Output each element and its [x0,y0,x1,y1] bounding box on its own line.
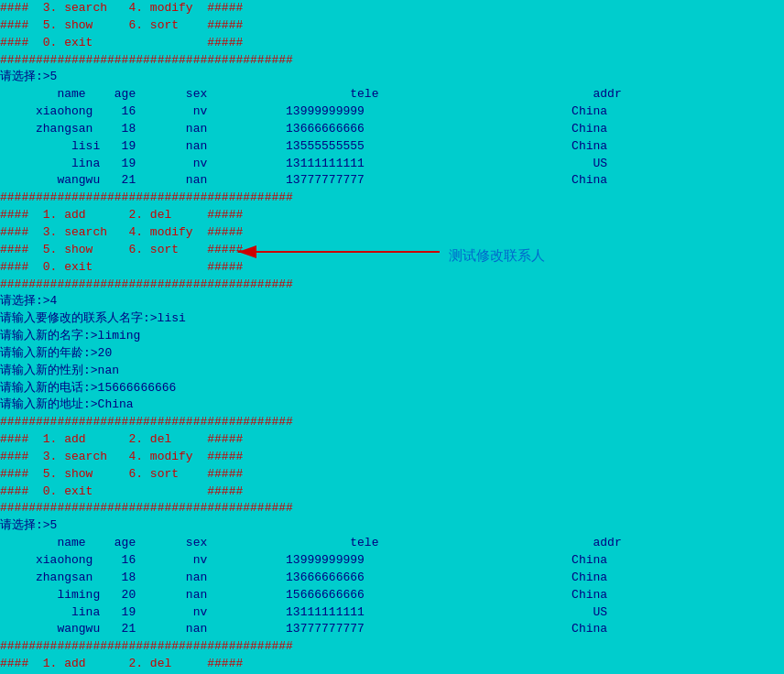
terminal-line: zhangsan 18 nan 13666666666 China [0,570,784,587]
terminal-line: xiaohong 16 nv 13999999999 China [0,103,784,121]
terminal-line: lisi 19 nan 13555555555 China [0,138,784,156]
terminal-line: ########################################… [0,638,784,656]
terminal-line: wangwu 21 nan 13777777777 China [0,172,784,190]
terminal-line: 请输入新的名字:>liming [0,328,784,345]
terminal-line: xiaohong 16 nv 13999999999 China [0,552,784,570]
terminal-line: name age sex tele addr [0,535,784,552]
terminal-line: ########################################… [0,414,784,431]
terminal-line: #### 1. add 2. del ##### [0,207,784,224]
terminal-line: #### 1. add 2. del ##### [0,656,784,673]
terminal-line: #### 1. add 2. del ##### [0,431,784,449]
terminal-line: #### 0. exit ##### [0,35,784,52]
annotation-label: 测试修改联系人 [449,247,545,265]
terminal-line: #### 5. show 6. sort ##### [0,17,784,35]
terminal-line: #### 0. exit ##### [0,484,784,501]
terminal-line: 请选择:>5 [0,517,784,535]
terminal-line: 请输入要修改的联系人名字:>lisi [0,310,784,328]
terminal-line: 请输入新的性别:>nan [0,363,784,380]
terminal-line: #### 3. search 4. modify ##### [0,0,784,17]
terminal-line: #### 3. search 4. modify ##### [0,449,784,466]
terminal-line: 请输入新的地址:>China [0,397,784,414]
terminal-output: #### 3. search 4. modify ######### 5. sh… [0,0,784,674]
terminal-line: wangwu 21 nan 13777777777 China [0,621,784,638]
terminal-line: name age sex tele addr [0,86,784,103]
terminal-line: liming 20 nan 15666666666 China [0,587,784,604]
terminal-line: ########################################… [0,277,784,294]
terminal-window: #### 3. search 4. modify ######### 5. sh… [0,0,784,674]
terminal-line: lina 19 nv 13111111111 US [0,604,784,622]
terminal-line: 请选择:>4 [0,293,784,310]
terminal-line: #### 5. show 6. sort ##### [0,466,784,484]
terminal-line: zhangsan 18 nan 13666666666 China [0,121,784,138]
terminal-line: ########################################… [0,500,784,517]
terminal-line: 请选择:>5 [0,69,784,86]
terminal-line: 请输入新的年龄:>20 [0,345,784,363]
annotation-arrow [229,229,449,275]
terminal-line: ########################################… [0,190,784,207]
terminal-line: ########################################… [0,52,784,70]
terminal-line: lina 19 nv 13111111111 US [0,156,784,173]
terminal-line: 请输入新的电话:>15666666666 [0,380,784,397]
